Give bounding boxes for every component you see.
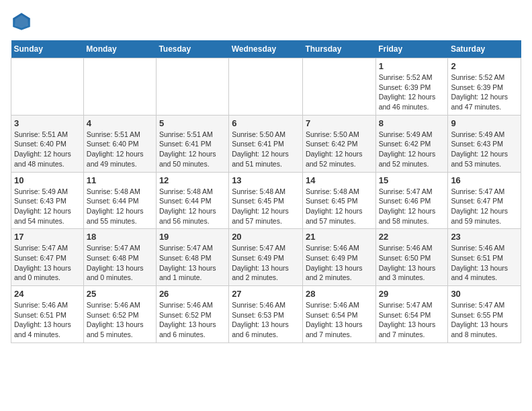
weekday-header-wednesday: Wednesday (229, 40, 303, 58)
day-info: Sunrise: 5:46 AM Sunset: 6:49 PM Dayligh… (306, 243, 373, 283)
calendar-cell: 3Sunrise: 5:51 AM Sunset: 6:40 PM Daylig… (11, 115, 84, 172)
day-info: Sunrise: 5:48 AM Sunset: 6:45 PM Dayligh… (306, 187, 373, 226)
day-number: 29 (379, 289, 445, 299)
day-number: 21 (306, 232, 373, 242)
calendar-cell: 4Sunrise: 5:51 AM Sunset: 6:40 PM Daylig… (83, 115, 156, 172)
day-info: Sunrise: 5:50 AM Sunset: 6:41 PM Dayligh… (232, 130, 300, 169)
day-info: Sunrise: 5:51 AM Sunset: 6:40 PM Dayligh… (87, 130, 153, 169)
calendar-cell: 13Sunrise: 5:48 AM Sunset: 6:45 PM Dayli… (229, 172, 303, 229)
day-number: 26 (159, 289, 226, 299)
day-number: 1 (379, 61, 445, 71)
day-number: 10 (14, 175, 81, 185)
day-number: 2 (451, 61, 518, 71)
logo-icon (11, 11, 32, 32)
day-number: 19 (159, 232, 226, 242)
day-number: 9 (451, 118, 518, 128)
calendar-cell (11, 58, 84, 116)
day-number: 25 (87, 289, 153, 299)
day-number: 24 (14, 289, 81, 299)
day-info: Sunrise: 5:46 AM Sunset: 6:50 PM Dayligh… (379, 243, 445, 283)
day-number: 27 (232, 289, 300, 299)
week-row-0: 1Sunrise: 5:52 AM Sunset: 6:39 PM Daylig… (11, 58, 521, 116)
day-number: 20 (232, 232, 300, 242)
day-info: Sunrise: 5:49 AM Sunset: 6:43 PM Dayligh… (451, 130, 518, 169)
day-number: 14 (306, 175, 373, 185)
day-info: Sunrise: 5:46 AM Sunset: 6:52 PM Dayligh… (87, 300, 153, 340)
calendar-cell: 12Sunrise: 5:48 AM Sunset: 6:44 PM Dayli… (156, 172, 228, 229)
day-info: Sunrise: 5:47 AM Sunset: 6:55 PM Dayligh… (451, 300, 518, 340)
logo (11, 11, 35, 32)
calendar-cell: 27Sunrise: 5:46 AM Sunset: 6:53 PM Dayli… (229, 286, 303, 343)
day-number: 23 (451, 232, 518, 242)
calendar-cell: 5Sunrise: 5:51 AM Sunset: 6:41 PM Daylig… (156, 115, 228, 172)
day-info: Sunrise: 5:50 AM Sunset: 6:42 PM Dayligh… (306, 130, 373, 169)
day-number: 18 (87, 232, 153, 242)
day-number: 15 (379, 175, 445, 185)
day-info: Sunrise: 5:46 AM Sunset: 6:51 PM Dayligh… (451, 243, 518, 283)
day-info: Sunrise: 5:48 AM Sunset: 6:45 PM Dayligh… (232, 187, 300, 226)
calendar-cell (83, 58, 156, 116)
calendar-cell: 6Sunrise: 5:50 AM Sunset: 6:41 PM Daylig… (229, 115, 303, 172)
calendar-cell: 8Sunrise: 5:49 AM Sunset: 6:42 PM Daylig… (375, 115, 448, 172)
calendar-cell (229, 58, 303, 116)
day-info: Sunrise: 5:49 AM Sunset: 6:43 PM Dayligh… (14, 187, 81, 226)
calendar-cell: 9Sunrise: 5:49 AM Sunset: 6:43 PM Daylig… (448, 115, 521, 172)
calendar-cell: 10Sunrise: 5:49 AM Sunset: 6:43 PM Dayli… (11, 172, 84, 229)
day-info: Sunrise: 5:48 AM Sunset: 6:44 PM Dayligh… (159, 187, 226, 226)
day-number: 4 (87, 118, 153, 128)
calendar-cell: 21Sunrise: 5:46 AM Sunset: 6:49 PM Dayli… (302, 229, 375, 286)
calendar-cell: 30Sunrise: 5:47 AM Sunset: 6:55 PM Dayli… (448, 286, 521, 343)
page-header (11, 11, 521, 32)
day-number: 16 (451, 175, 518, 185)
day-number: 13 (232, 175, 300, 185)
weekday-header-saturday: Saturday (448, 40, 521, 58)
day-number: 5 (159, 118, 226, 128)
day-info: Sunrise: 5:46 AM Sunset: 6:52 PM Dayligh… (159, 300, 226, 340)
calendar-cell: 23Sunrise: 5:46 AM Sunset: 6:51 PM Dayli… (448, 229, 521, 286)
calendar-cell: 14Sunrise: 5:48 AM Sunset: 6:45 PM Dayli… (302, 172, 375, 229)
day-info: Sunrise: 5:47 AM Sunset: 6:49 PM Dayligh… (232, 243, 300, 283)
day-number: 8 (379, 118, 445, 128)
day-info: Sunrise: 5:48 AM Sunset: 6:44 PM Dayligh… (87, 187, 153, 226)
weekday-header-sunday: Sunday (11, 40, 84, 58)
calendar-cell: 22Sunrise: 5:46 AM Sunset: 6:50 PM Dayli… (375, 229, 448, 286)
day-info: Sunrise: 5:46 AM Sunset: 6:53 PM Dayligh… (232, 300, 300, 340)
day-info: Sunrise: 5:47 AM Sunset: 6:48 PM Dayligh… (159, 243, 226, 283)
day-info: Sunrise: 5:52 AM Sunset: 6:39 PM Dayligh… (451, 73, 518, 112)
calendar-cell (302, 58, 375, 116)
calendar-cell: 29Sunrise: 5:47 AM Sunset: 6:54 PM Dayli… (375, 286, 448, 343)
calendar-cell: 7Sunrise: 5:50 AM Sunset: 6:42 PM Daylig… (302, 115, 375, 172)
calendar-cell: 15Sunrise: 5:47 AM Sunset: 6:46 PM Dayli… (375, 172, 448, 229)
day-number: 22 (379, 232, 445, 242)
day-number: 3 (14, 118, 81, 128)
calendar-cell (156, 58, 228, 116)
day-info: Sunrise: 5:47 AM Sunset: 6:47 PM Dayligh… (451, 187, 518, 226)
day-info: Sunrise: 5:46 AM Sunset: 6:51 PM Dayligh… (14, 300, 81, 340)
day-number: 17 (14, 232, 81, 242)
weekday-header-tuesday: Tuesday (156, 40, 228, 58)
calendar-cell: 11Sunrise: 5:48 AM Sunset: 6:44 PM Dayli… (83, 172, 156, 229)
calendar-table: SundayMondayTuesdayWednesdayThursdayFrid… (11, 40, 521, 343)
calendar-cell: 20Sunrise: 5:47 AM Sunset: 6:49 PM Dayli… (229, 229, 303, 286)
day-info: Sunrise: 5:47 AM Sunset: 6:46 PM Dayligh… (379, 187, 445, 226)
week-row-3: 17Sunrise: 5:47 AM Sunset: 6:47 PM Dayli… (11, 229, 521, 286)
week-row-1: 3Sunrise: 5:51 AM Sunset: 6:40 PM Daylig… (11, 115, 521, 172)
day-number: 6 (232, 118, 300, 128)
calendar-cell: 18Sunrise: 5:47 AM Sunset: 6:48 PM Dayli… (83, 229, 156, 286)
calendar-cell: 26Sunrise: 5:46 AM Sunset: 6:52 PM Dayli… (156, 286, 228, 343)
calendar-cell: 16Sunrise: 5:47 AM Sunset: 6:47 PM Dayli… (448, 172, 521, 229)
day-info: Sunrise: 5:52 AM Sunset: 6:39 PM Dayligh… (379, 73, 445, 112)
day-info: Sunrise: 5:47 AM Sunset: 6:48 PM Dayligh… (87, 243, 153, 283)
day-number: 12 (159, 175, 226, 185)
calendar-body: 1Sunrise: 5:52 AM Sunset: 6:39 PM Daylig… (11, 58, 521, 343)
day-info: Sunrise: 5:47 AM Sunset: 6:47 PM Dayligh… (14, 243, 81, 283)
calendar-cell: 2Sunrise: 5:52 AM Sunset: 6:39 PM Daylig… (448, 58, 521, 116)
calendar-cell: 24Sunrise: 5:46 AM Sunset: 6:51 PM Dayli… (11, 286, 84, 343)
calendar-cell: 17Sunrise: 5:47 AM Sunset: 6:47 PM Dayli… (11, 229, 84, 286)
day-info: Sunrise: 5:51 AM Sunset: 6:40 PM Dayligh… (14, 130, 81, 169)
calendar-cell: 25Sunrise: 5:46 AM Sunset: 6:52 PM Dayli… (83, 286, 156, 343)
calendar-cell: 1Sunrise: 5:52 AM Sunset: 6:39 PM Daylig… (375, 58, 448, 116)
calendar-cell: 28Sunrise: 5:46 AM Sunset: 6:54 PM Dayli… (302, 286, 375, 343)
day-info: Sunrise: 5:49 AM Sunset: 6:42 PM Dayligh… (379, 130, 445, 169)
weekday-header-thursday: Thursday (302, 40, 375, 58)
